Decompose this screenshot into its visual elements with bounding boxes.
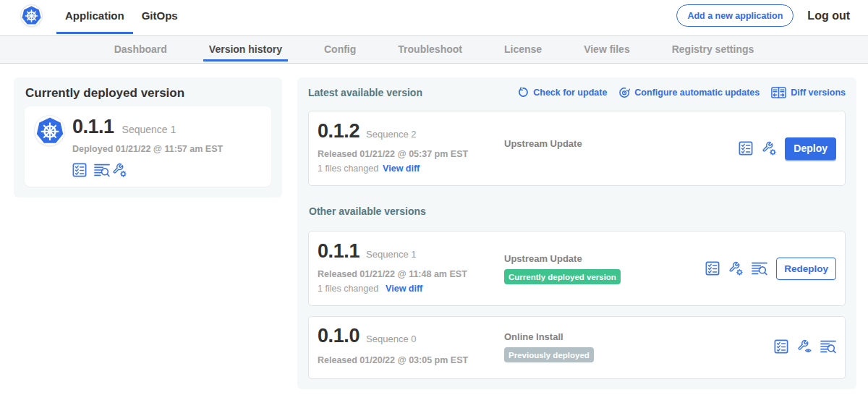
edit-config-icon[interactable] — [112, 163, 127, 177]
version-source: Online Install Previously deployed — [504, 331, 774, 362]
subnav-item-config[interactable]: Config — [318, 36, 362, 63]
subnav-item-registry-settings[interactable]: Registry settings — [666, 36, 760, 63]
header-right: Add a new application Log out — [676, 4, 868, 27]
subnav-item-troubleshoot[interactable]: Troubleshoot — [392, 36, 468, 63]
version-info: 0.1.0 Sequence 0 Released 01/20/22 @ 03:… — [318, 326, 504, 367]
version-card-0-1-1: 0.1.1 Sequence 1 Released 01/21/22 @ 11:… — [308, 231, 846, 306]
subnav-label: Version history — [209, 43, 282, 55]
check-for-update-label: Check for update — [533, 88, 607, 98]
version-source-label: Online Install — [504, 331, 774, 343]
configure-automatic-updates-label: Configure automatic updates — [634, 88, 760, 98]
files-changed-label: 1 files changed — [318, 284, 378, 294]
main-content: Currently deployed version 0.1.1 Sequenc… — [0, 64, 868, 389]
preflight-checklist-icon[interactable] — [705, 261, 720, 276]
subnav-label: Troubleshoot — [398, 43, 462, 55]
current-version-actions — [72, 163, 223, 177]
files-changed-line: 1 files changedView diff — [318, 161, 504, 176]
tab-gitops[interactable]: GitOps — [133, 0, 187, 35]
version-source: Upstream Update — [504, 137, 739, 150]
subnav-item-license[interactable]: License — [498, 36, 548, 63]
auto-update-icon — [618, 87, 630, 98]
version-history-panel: Latest available version Check for updat… — [297, 77, 856, 389]
subnav-label: Config — [324, 43, 356, 55]
edit-config-icon[interactable] — [762, 141, 776, 156]
files-changed-label: 1 files changed — [318, 163, 378, 174]
diff-versions-label: Diff versions — [791, 88, 846, 98]
currently-deployed-card: 0.1.1 Sequence 1 Deployed 01/21/22 @ 11:… — [25, 106, 271, 187]
version-source-label: Upstream Update — [504, 137, 739, 150]
version-actions: Deploy — [739, 137, 836, 160]
diff-versions-link[interactable]: Diff versions — [771, 87, 846, 98]
version-sequence: Sequence 1 — [366, 249, 416, 260]
latest-version-title: Latest available version — [308, 87, 422, 98]
deploy-button[interactable]: Deploy — [785, 137, 836, 160]
subnav-label: Dashboard — [114, 43, 167, 55]
version-card-0-1-0: 0.1.0 Sequence 0 Released 01/20/22 @ 03:… — [308, 316, 846, 379]
currently-deployed-badge: Currently deployed version — [504, 269, 621, 284]
subnav-label: License — [504, 43, 542, 55]
current-version-deployed-at: Deployed 01/21/22 @ 11:57 am EST — [72, 143, 223, 156]
currently-deployed-info: 0.1.1 Sequence 1 Deployed 01/21/22 @ 11:… — [72, 115, 223, 177]
version-info: 0.1.2 Sequence 2 Released 01/21/22 @ 05:… — [318, 121, 504, 176]
version-info: 0.1.1 Sequence 1 Released 01/21/22 @ 11:… — [318, 241, 504, 296]
version-released-at: Released 01/20/22 @ 03:05 pm EST — [318, 353, 504, 367]
kubernetes-logo-icon — [36, 117, 64, 145]
version-sequence: Sequence 2 — [366, 129, 416, 140]
current-version-number: 0.1.1 — [72, 117, 114, 136]
diff-versions-icon — [771, 87, 786, 98]
deploy-logs-icon[interactable] — [820, 340, 836, 354]
configure-automatic-updates-link[interactable]: Configure automatic updates — [618, 87, 760, 98]
check-update-icon — [517, 87, 529, 98]
version-number: 0.1.2 — [318, 121, 359, 141]
version-source-label: Upstream Update — [504, 252, 705, 265]
app-logo — [20, 4, 43, 27]
deploy-logs-icon[interactable] — [94, 163, 110, 177]
app-icon-badge — [34, 115, 65, 146]
tab-application-label: Application — [65, 9, 124, 22]
version-source: Upstream Update Currently deployed versi… — [504, 252, 705, 284]
latest-version-header: Latest available version Check for updat… — [308, 87, 846, 98]
redeploy-button[interactable]: Redeploy — [776, 258, 836, 280]
version-number: 0.1.1 — [318, 241, 359, 261]
currently-deployed-panel: Currently deployed version 0.1.1 Sequenc… — [14, 77, 282, 197]
current-version-sequence: Sequence 1 — [122, 124, 176, 135]
version-released-at: Released 01/21/22 @ 11:48 am EST — [318, 267, 504, 281]
other-versions-title: Other available versions — [309, 205, 846, 217]
edit-config-icon[interactable] — [728, 261, 743, 276]
subnav-item-dashboard[interactable]: Dashboard — [109, 36, 173, 63]
subnav-item-view-files[interactable]: View files — [578, 36, 636, 63]
subnav-label: Registry settings — [672, 43, 754, 55]
tab-application[interactable]: Application — [56, 0, 133, 35]
tab-gitops-label: GitOps — [142, 9, 178, 22]
version-actions — [774, 339, 836, 354]
top-header: Application GitOps Add a new application… — [0, 0, 868, 36]
view-config-icon[interactable] — [797, 339, 812, 354]
check-for-update-link[interactable]: Check for update — [517, 87, 607, 98]
subnav-label: View files — [584, 43, 630, 55]
preflight-checklist-icon[interactable] — [739, 141, 753, 156]
version-card-0-1-2: 0.1.2 Sequence 2 Released 01/21/22 @ 05:… — [308, 111, 846, 186]
preflight-checklist-icon[interactable] — [72, 163, 87, 177]
view-diff-link[interactable]: View diff — [383, 163, 420, 174]
deploy-logs-icon[interactable] — [752, 262, 767, 276]
logout-link[interactable]: Log out — [807, 9, 850, 22]
files-changed-line: 1 files changedView diff — [318, 281, 504, 296]
version-sequence: Sequence 0 — [366, 333, 416, 344]
version-toolbar: Check for update Configure automatic upd… — [517, 87, 846, 98]
currently-deployed-title: Currently deployed version — [25, 86, 271, 100]
version-number: 0.1.0 — [318, 326, 359, 346]
subnav: Dashboard Version history Config Trouble… — [0, 36, 868, 64]
kubernetes-logo-icon — [22, 6, 41, 25]
add-application-button[interactable]: Add a new application — [676, 4, 793, 27]
app-tabs: Application GitOps — [56, 0, 187, 35]
subnav-item-version-history[interactable]: Version history — [203, 36, 288, 63]
version-released-at: Released 01/21/22 @ 05:37 pm EST — [318, 147, 504, 161]
view-diff-link[interactable]: View diff — [386, 284, 422, 294]
version-actions: Redeploy — [705, 258, 836, 280]
preflight-checklist-icon[interactable] — [774, 339, 788, 354]
previously-deployed-badge: Previously deployed — [504, 347, 594, 362]
